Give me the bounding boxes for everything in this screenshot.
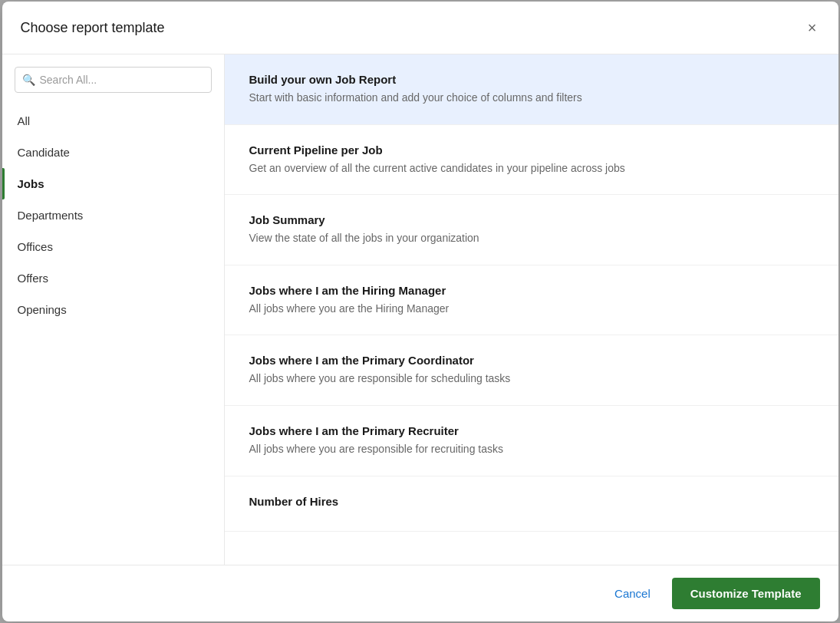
nav-list: All Candidate Jobs Departments Offices O… bbox=[2, 105, 224, 552]
template-number-of-hires-title: Number of Hires bbox=[249, 495, 814, 508]
search-container: 🔍 bbox=[2, 67, 224, 105]
template-hiring-manager[interactable]: Jobs where I am the Hiring Manager All j… bbox=[225, 265, 838, 336]
modal-container: Choose report template × 🔍 All Candidate… bbox=[2, 2, 838, 621]
sidebar: 🔍 All Candidate Jobs Departments Offices… bbox=[2, 54, 225, 565]
template-primary-recruiter[interactable]: Jobs where I am the Primary Recruiter Al… bbox=[225, 406, 838, 476]
template-number-of-hires[interactable]: Number of Hires bbox=[225, 476, 838, 532]
template-current-pipeline-title: Current Pipeline per Job bbox=[249, 143, 814, 157]
sidebar-item-all[interactable]: All bbox=[2, 105, 224, 137]
sidebar-item-jobs[interactable]: Jobs bbox=[2, 168, 224, 199]
search-wrapper: 🔍 bbox=[15, 67, 212, 93]
cancel-button[interactable]: Cancel bbox=[602, 579, 663, 608]
modal-title: Choose report template bbox=[21, 20, 165, 36]
customize-template-button[interactable]: Customize Template bbox=[672, 578, 820, 609]
template-job-summary[interactable]: Job Summary View the state of all the jo… bbox=[225, 195, 838, 265]
template-primary-recruiter-title: Jobs where I am the Primary Recruiter bbox=[249, 424, 814, 437]
template-current-pipeline-desc: Get an overview of all the current activ… bbox=[249, 161, 814, 176]
modal-body: 🔍 All Candidate Jobs Departments Offices… bbox=[2, 54, 838, 565]
template-primary-coordinator[interactable]: Jobs where I am the Primary Coordinator … bbox=[225, 335, 838, 406]
template-build-own-title: Build your own Job Report bbox=[249, 73, 814, 86]
template-current-pipeline[interactable]: Current Pipeline per Job Get an overview… bbox=[225, 125, 838, 196]
template-hiring-manager-title: Jobs where I am the Hiring Manager bbox=[249, 284, 814, 297]
template-primary-coordinator-title: Jobs where I am the Primary Coordinator bbox=[249, 354, 814, 367]
template-job-summary-title: Job Summary bbox=[249, 213, 814, 226]
template-build-own-desc: Start with basic information and add you… bbox=[249, 91, 814, 106]
sidebar-item-departments[interactable]: Departments bbox=[2, 199, 224, 231]
template-hiring-manager-desc: All jobs where you are the Hiring Manage… bbox=[249, 302, 814, 317]
template-build-own[interactable]: Build your own Job Report Start with bas… bbox=[225, 54, 838, 125]
template-job-summary-desc: View the state of all the jobs in your o… bbox=[249, 231, 814, 246]
sidebar-item-candidate[interactable]: Candidate bbox=[2, 137, 224, 168]
template-primary-coordinator-desc: All jobs where you are responsible for s… bbox=[249, 371, 814, 387]
sidebar-item-offers[interactable]: Offers bbox=[2, 262, 224, 294]
modal-header: Choose report template × bbox=[2, 2, 838, 54]
sidebar-item-openings[interactable]: Openings bbox=[2, 294, 224, 325]
search-input[interactable] bbox=[15, 67, 212, 93]
template-primary-recruiter-desc: All jobs where you are responsible for r… bbox=[249, 442, 814, 457]
sidebar-item-offices[interactable]: Offices bbox=[2, 231, 224, 262]
content-panel: Build your own Job Report Start with bas… bbox=[225, 54, 838, 565]
close-button[interactable]: × bbox=[805, 17, 820, 38]
modal-footer: Cancel Customize Template bbox=[2, 565, 838, 621]
search-icon: 🔍 bbox=[22, 74, 35, 86]
